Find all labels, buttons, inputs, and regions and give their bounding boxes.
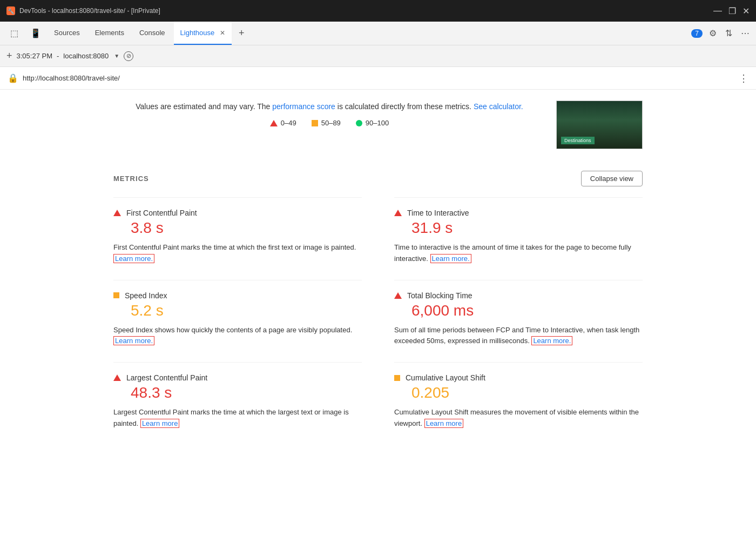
- thumbnail-label: Destinations: [561, 137, 595, 144]
- metrics-grid: First Contentful Paint 3.8 s First Conte…: [113, 197, 643, 445]
- share-button[interactable]: ⇅: [723, 26, 734, 41]
- metric-si-desc: Speed Index shows how quickly the conten…: [113, 325, 362, 347]
- intro-text: Values are estimated and may vary. The p…: [113, 101, 545, 127]
- metric-tbt-desc-text: Sum of all time periods between FCP and …: [394, 326, 639, 345]
- metric-tbt-learn-more[interactable]: Learn more.: [531, 336, 572, 345]
- metric-fcp-desc: First Contentful Paint marks the time at…: [113, 242, 362, 265]
- intro-paragraph: Values are estimated and may vary. The p…: [113, 101, 545, 112]
- inspect-element-button[interactable]: ⬚: [5, 25, 23, 42]
- host-label[interactable]: localhost:8080: [63, 52, 109, 60]
- tab-console[interactable]: Console: [133, 22, 172, 45]
- metric-tbt-value: 6,000 ms: [411, 302, 643, 319]
- metric-tbt-name: Total Blocking Time: [407, 291, 473, 300]
- titlebar-title: DevTools - localhost:8080/travel-site/ -…: [19, 7, 709, 15]
- tab-lighthouse-label: Lighthouse: [180, 29, 215, 37]
- metric-lcp: Largest Contentful Paint 48.3 s Largest …: [113, 362, 362, 445]
- legend-red-range: 0–49: [281, 119, 296, 127]
- legend-green: 90–100: [356, 119, 389, 127]
- separator: -: [57, 52, 59, 60]
- metric-lcp-icon: [113, 374, 121, 381]
- see-calculator-link[interactable]: See calculator.: [474, 102, 523, 111]
- metric-tti-header: Time to Interactive: [394, 209, 643, 217]
- settings-button[interactable]: ⚙: [707, 26, 719, 41]
- metric-si-value: 5.2 s: [131, 302, 362, 319]
- metric-si-header: Speed Index: [113, 291, 362, 300]
- metric-tti-value: 31.9 s: [411, 219, 643, 237]
- notification-badge: 7: [691, 29, 703, 38]
- legend-orange-range: 50–89: [321, 119, 341, 127]
- tab-sources[interactable]: Sources: [48, 22, 86, 45]
- legend-green-range: 90–100: [366, 119, 389, 127]
- metric-tti: Time to Interactive 31.9 s Time to inter…: [394, 197, 643, 280]
- metric-tti-icon: [394, 210, 402, 216]
- orange-icon: [312, 120, 318, 126]
- more-button[interactable]: ⋯: [739, 26, 752, 41]
- tabbar: ⬚ 📱 Sources Elements Console Lighthouse …: [0, 22, 756, 45]
- metric-tbt-header: Total Blocking Time: [394, 291, 643, 300]
- metric-fcp-learn-more[interactable]: Learn more.: [113, 254, 154, 263]
- device-toolbar-button[interactable]: 📱: [27, 25, 44, 42]
- tab-elements[interactable]: Elements: [89, 22, 131, 45]
- metric-cls-icon: [394, 375, 400, 381]
- site-thumbnail: Destinations: [556, 101, 643, 149]
- performance-score-link[interactable]: performance score: [272, 102, 335, 111]
- lock-icon: 🔒: [8, 73, 18, 83]
- metrics-header: METRICS Collapse view: [113, 165, 643, 186]
- metric-tti-desc-text: Time to interactive is the amount of tim…: [394, 243, 631, 263]
- metric-fcp-value: 3.8 s: [131, 219, 362, 237]
- metric-si-icon: [113, 292, 119, 298]
- thumbnail-image: Destinations: [557, 101, 642, 149]
- collapse-view-button[interactable]: Collapse view: [581, 171, 643, 186]
- metric-tbt-icon: [394, 292, 402, 299]
- titlebar-controls: — ❐ ✕: [713, 6, 750, 16]
- content-inner: Values are estimated and may vary. The p…: [81, 90, 675, 445]
- metric-lcp-learn-more[interactable]: Learn more: [140, 419, 179, 428]
- metric-si-name: Speed Index: [125, 291, 167, 300]
- metric-si-learn-more[interactable]: Learn more.: [113, 336, 154, 345]
- metric-fcp-header: First Contentful Paint: [113, 209, 362, 217]
- metric-tti-desc: Time to interactive is the amount of tim…: [394, 242, 643, 265]
- red-icon: [270, 120, 278, 126]
- intro-text-middle: is calculated directly from these metric…: [335, 102, 474, 111]
- metric-tbt-desc: Sum of all time periods between FCP and …: [394, 325, 643, 347]
- metric-fcp: First Contentful Paint 3.8 s First Conte…: [113, 197, 362, 280]
- metric-si-desc-text: Speed Index shows how quickly the conten…: [113, 326, 352, 334]
- metric-cls: Cumulative Layout Shift 0.205 Cumulative…: [394, 362, 643, 445]
- metric-lcp-name: Largest Contentful Paint: [126, 373, 207, 382]
- metric-cls-name: Cumulative Layout Shift: [406, 373, 485, 382]
- metric-fcp-desc-text: First Contentful Paint marks the time at…: [113, 243, 356, 251]
- tab-lighthouse[interactable]: Lighthouse ✕: [174, 22, 232, 45]
- tab-elements-label: Elements: [95, 29, 124, 37]
- legend-red: 0–49: [270, 119, 296, 127]
- stop-icon[interactable]: ⊘: [124, 51, 133, 61]
- addressbar: + 3:05:27 PM - localhost:8080 ▼ ⊘: [0, 45, 756, 67]
- metric-lcp-header: Largest Contentful Paint: [113, 373, 362, 382]
- metric-tti-learn-more[interactable]: Learn more.: [430, 254, 471, 263]
- metric-fcp-name: First Contentful Paint: [126, 209, 197, 217]
- tab-add-button[interactable]: +: [234, 22, 249, 45]
- close-button[interactable]: ✕: [742, 6, 750, 16]
- tab-sources-label: Sources: [54, 29, 80, 37]
- titlebar: 🔧 DevTools - localhost:8080/travel-site/…: [0, 0, 756, 22]
- metric-fcp-icon: [113, 210, 121, 216]
- legend-orange: 50–89: [312, 119, 341, 127]
- metric-tti-name: Time to Interactive: [407, 209, 469, 217]
- green-icon: [356, 120, 362, 126]
- top-section: Values are estimated and may vary. The p…: [113, 90, 643, 155]
- metric-cls-learn-more[interactable]: Learn more: [424, 419, 463, 428]
- metric-cls-header: Cumulative Layout Shift: [394, 373, 643, 382]
- url-display[interactable]: http://localhost:8080/travel-site/: [23, 74, 734, 82]
- metric-lcp-desc: Largest Contentful Paint marks the time …: [113, 407, 362, 430]
- minimize-button[interactable]: —: [713, 6, 722, 16]
- devtools-icon: 🔧: [6, 6, 15, 15]
- more-options-icon[interactable]: ⋮: [739, 72, 748, 84]
- tab-console-label: Console: [139, 29, 165, 37]
- add-target-button[interactable]: +: [6, 50, 12, 62]
- tab-right-controls: 7 ⚙ ⇅ ⋯: [691, 22, 752, 45]
- metric-si: Speed Index 5.2 s Speed Index shows how …: [113, 280, 362, 363]
- metric-cls-desc: Cumulative Layout Shift measures the mov…: [394, 407, 643, 430]
- restore-button[interactable]: ❐: [728, 6, 736, 16]
- host-dropdown-icon[interactable]: ▼: [114, 53, 119, 59]
- score-legend: 0–49 50–89 90–100: [113, 119, 545, 127]
- tab-close-icon[interactable]: ✕: [220, 29, 225, 37]
